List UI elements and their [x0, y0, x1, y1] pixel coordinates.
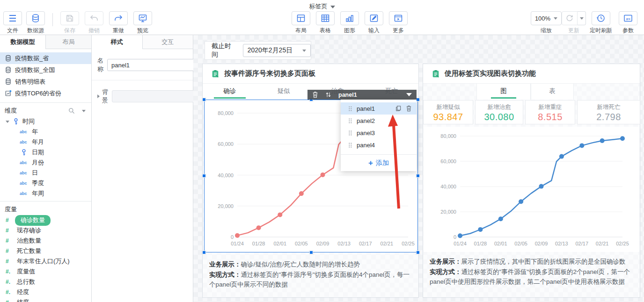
database-icon: [5, 66, 12, 73]
zoom-select[interactable]: 100% 缩放: [531, 11, 562, 35]
refresh-button[interactable]: 更新: [562, 11, 586, 35]
chart-button[interactable]: 图形: [337, 11, 362, 35]
dim-field[interactable]: abc年周: [0, 188, 91, 199]
resize-handle[interactable]: [309, 251, 313, 254]
dim-group-time[interactable]: 时间: [0, 116, 91, 127]
resize-handle[interactable]: [416, 251, 420, 254]
trash-icon[interactable]: [312, 91, 318, 98]
svg-text:0: 0: [231, 234, 234, 240]
add-panel-button[interactable]: + 添加: [341, 154, 417, 171]
design-canvas[interactable]: 截止时间 2020年2月25日 按事件源序号来切换多页面板 确诊 疑似 治愈 死…: [193, 35, 644, 302]
bar-chart-icon: [345, 14, 354, 23]
clipboard-icon: [432, 70, 440, 78]
panel-menu-item[interactable]: panel3: [341, 127, 417, 139]
resize-handle[interactable]: [416, 174, 420, 178]
dim-field[interactable]: abc月份: [0, 158, 91, 168]
table-icon: [321, 14, 330, 23]
copy-icon[interactable]: [395, 105, 402, 112]
measure-field[interactable]: #.经度: [0, 287, 91, 297]
panel-menu-item[interactable]: panel4: [341, 139, 417, 151]
trash-icon[interactable]: [406, 105, 412, 112]
input-button[interactable]: 输入: [362, 11, 386, 35]
params-button[interactable]: x= 参数: [616, 11, 640, 35]
swap-icon[interactable]: [325, 91, 331, 98]
panel-menu-item[interactable]: panel1: [341, 102, 417, 115]
hash-dot-icon: #.: [6, 289, 13, 295]
svg-text:01/28: 01/28: [474, 241, 487, 246]
tab-table[interactable]: 表: [531, 84, 574, 100]
preview-icon: [138, 14, 147, 23]
measure-field[interactable]: #.总行数: [0, 277, 91, 287]
chevron-down-icon[interactable]: [6, 121, 9, 123]
national-confirmed-chart[interactable]: 020,00040,00060,00080,00001/2401/2802/01…: [424, 127, 639, 252]
save-button[interactable]: 保存: [58, 11, 82, 35]
refresh-dropdown[interactable]: [578, 11, 586, 25]
measure-field[interactable]: #死亡数量: [0, 246, 91, 256]
dim-field[interactable]: abc年: [0, 127, 91, 137]
timed-refresh-button[interactable]: 定时刷新: [586, 11, 616, 35]
save-icon: [66, 14, 74, 22]
measure-field[interactable]: #现存确诊: [0, 225, 91, 236]
preview-button[interactable]: 预览: [131, 11, 155, 35]
measure-field[interactable]: #.纬度: [0, 297, 91, 302]
drag-handle-icon[interactable]: [348, 142, 352, 148]
line-chart: 020,00040,00060,00080,00001/2401/2802/01…: [424, 127, 639, 252]
measure-field[interactable]: #年末常住人口(万人): [0, 256, 91, 266]
abc-icon: abc: [20, 160, 28, 165]
drag-handle-icon[interactable]: [348, 130, 352, 136]
abc-icon: abc: [20, 191, 28, 196]
tab-chart[interactable]: 图: [476, 84, 531, 100]
measure-field[interactable]: #治愈数量: [0, 236, 91, 246]
model-item[interactable]: 销售明细表: [0, 76, 91, 87]
chevron-down-icon[interactable]: [406, 93, 412, 96]
model-item[interactable]: 疫情数据_全国: [0, 64, 91, 76]
svg-text:01/24: 01/24: [231, 241, 244, 246]
tab-layout[interactable]: 布局: [46, 35, 91, 49]
clock-icon: [596, 14, 606, 23]
properties-panel: 样式 交互 名称 背景: [92, 35, 193, 302]
date-filter-select[interactable]: 2020年2月25日: [243, 44, 311, 57]
redo-button[interactable]: 重做: [106, 11, 131, 35]
name-label: 名称: [97, 57, 103, 73]
drag-handle-icon[interactable]: [348, 106, 352, 112]
dim-field[interactable]: abc年月: [0, 137, 91, 147]
resize-handle[interactable]: [416, 98, 420, 101]
datasource-button[interactable]: 数据源: [23, 11, 48, 35]
table-button[interactable]: 表格: [313, 11, 337, 35]
name-input[interactable]: [107, 59, 198, 71]
chevron-down-icon: [554, 17, 557, 20]
resize-handle[interactable]: [202, 98, 206, 101]
model-item[interactable]: 疫情TOP6的省份: [0, 87, 91, 99]
chevron-down-icon: [302, 50, 306, 52]
dim-field[interactable]: 日期: [0, 147, 91, 158]
hash-dot-icon: #.: [6, 279, 13, 285]
search-icon[interactable]: [68, 107, 75, 115]
page-title[interactable]: 标签页: [309, 3, 328, 10]
panel-menu-item[interactable]: panel2: [341, 115, 417, 127]
svg-text:60,000: 60,000: [440, 158, 456, 164]
tab-suspected[interactable]: 疑似: [256, 84, 310, 100]
tab-confirmed[interactable]: 确诊: [203, 84, 256, 100]
abc-icon: abc: [20, 181, 28, 186]
svg-text:0: 0: [454, 234, 456, 240]
background-input[interactable]: [112, 90, 203, 102]
model-item[interactable]: 疫情数据_省: [0, 52, 91, 64]
undo-button[interactable]: 撤销: [82, 11, 106, 35]
file-button[interactable]: 文件: [2, 11, 23, 35]
chevron-down-icon[interactable]: [82, 110, 86, 112]
tab-interaction[interactable]: 交互: [143, 35, 193, 49]
tab-data-model[interactable]: 数据模型: [0, 35, 46, 49]
resize-handle[interactable]: [202, 174, 206, 178]
layout-button[interactable]: 布局: [289, 11, 313, 35]
svg-text:02/01: 02/01: [273, 241, 286, 246]
measure-field[interactable]: #确诊数量: [0, 215, 91, 225]
tab-style[interactable]: 样式: [92, 35, 143, 49]
dim-field[interactable]: abc季度: [0, 178, 91, 188]
drag-handle-icon[interactable]: [348, 118, 352, 124]
dim-field[interactable]: abc日: [0, 168, 91, 178]
measure-field[interactable]: #.度量值: [0, 266, 91, 277]
svg-text:02/25: 02/25: [402, 241, 415, 246]
background-label[interactable]: 背景: [97, 88, 108, 105]
resize-handle[interactable]: [202, 251, 206, 254]
more-button[interactable]: 更多: [386, 11, 410, 35]
